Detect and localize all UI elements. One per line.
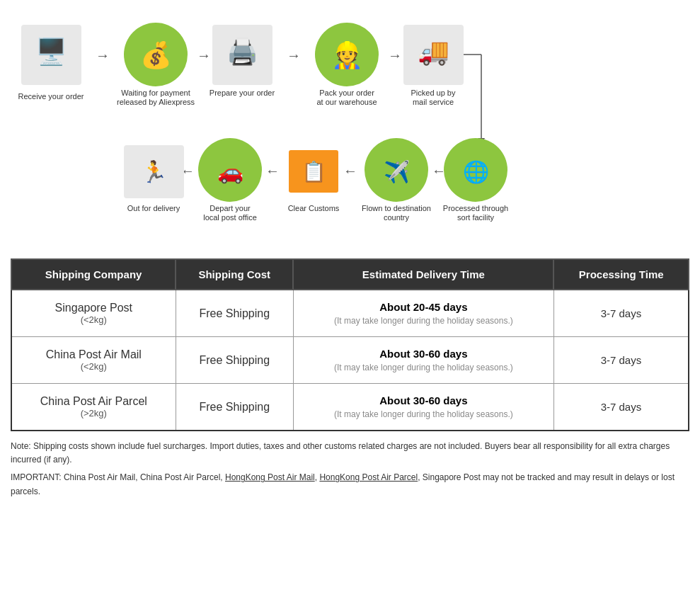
svg-text:Depart your: Depart your: [210, 204, 251, 212]
svg-text:Receive your order: Receive your order: [18, 92, 84, 101]
page-wrapper: 🖥️ Receive your order → 💰 Waiting for pa…: [0, 0, 700, 513]
delivery-cell: About 30-60 days (It may take longer dur…: [293, 337, 553, 384]
cost-cell: Free Shipping: [176, 384, 293, 431]
svg-text:country: country: [384, 213, 410, 222]
svg-text:→: →: [96, 47, 110, 63]
cost-cell: Free Shipping: [176, 290, 293, 337]
company-weight: (<2kg): [19, 314, 168, 325]
shipping-cost: Free Shipping: [183, 307, 286, 320]
process-flow-diagram: 🖥️ Receive your order → 💰 Waiting for pa…: [11, 7, 689, 251]
company-cell: Singapore Post (<2kg): [11, 290, 176, 337]
note-line1: Note: Shipping costs shown include fuel …: [11, 440, 689, 467]
shipping-cost: Free Shipping: [183, 354, 286, 367]
svg-text:local post office: local post office: [203, 213, 257, 222]
processing-cell: 3-7 days: [553, 384, 689, 431]
table-row: China Post Air Parcel (>2kg) Free Shippi…: [11, 384, 689, 431]
svg-text:←: ←: [265, 163, 280, 178]
important-note: IMPORTANT: China Post Air Mail, China Po…: [11, 471, 689, 498]
table-row: Singapore Post (<2kg) Free Shipping Abou…: [11, 290, 689, 337]
svg-text:📋: 📋: [302, 160, 326, 183]
svg-text:🚗: 🚗: [217, 159, 244, 185]
delivery-main: About 30-60 days: [301, 348, 546, 360]
shipping-table: Shipping Company Shipping Cost Estimated…: [11, 258, 689, 431]
processing-cell: 3-7 days: [553, 290, 689, 337]
svg-text:🌐: 🌐: [463, 159, 490, 185]
svg-text:Pack your order: Pack your order: [319, 89, 374, 97]
svg-text:Processed through: Processed through: [443, 204, 508, 212]
company-weight: (>2kg): [19, 408, 168, 419]
col-header-delivery: Estimated Delivery Time: [293, 259, 553, 290]
delivery-note: (It may take longer during the holiday s…: [301, 363, 546, 372]
notes-section: Note: Shipping costs shown include fuel …: [11, 440, 689, 499]
delivery-cell: About 20-45 days (It may take longer dur…: [293, 290, 553, 337]
svg-text:💰: 💰: [140, 40, 172, 70]
processing-time: 3-7 days: [561, 401, 681, 413]
svg-text:🖥️: 🖥️: [35, 36, 67, 67]
delivery-main: About 30-60 days: [301, 394, 546, 406]
col-header-cost: Shipping Cost: [176, 259, 293, 290]
svg-text:→: →: [197, 47, 211, 63]
svg-text:sort facility: sort facility: [457, 213, 494, 222]
hongkong-airmail-link: HongKong Post Air Mail: [225, 472, 315, 482]
company-name: China Post Air Parcel: [19, 395, 168, 408]
svg-text:Prepare your order: Prepare your order: [210, 89, 275, 97]
company-cell: China Post Air Mail (<2kg): [11, 337, 176, 384]
important-text: IMPORTANT: China Post Air Mail, China Po…: [11, 472, 675, 496]
shipping-cost: Free Shipping: [183, 401, 286, 414]
processing-cell: 3-7 days: [553, 337, 689, 384]
svg-text:←: ←: [343, 163, 357, 178]
svg-text:→: →: [388, 47, 402, 63]
svg-text:released by Aliexpress: released by Aliexpress: [117, 98, 195, 106]
hongkong-airparcel-link: HongKong Post Air Parcel: [319, 472, 418, 482]
svg-text:✈️: ✈️: [384, 159, 411, 185]
delivery-note: (It may take longer during the holiday s…: [301, 409, 546, 419]
svg-text:at our warehouse: at our warehouse: [317, 98, 377, 106]
company-name: China Post Air Mail: [19, 348, 168, 361]
svg-text:Out for delivery: Out for delivery: [127, 204, 180, 212]
delivery-cell: About 30-60 days (It may take longer dur…: [293, 384, 553, 431]
company-name: Singapore Post: [19, 302, 168, 314]
flow-svg: 🖥️ Receive your order → 💰 Waiting for pa…: [14, 14, 694, 241]
processing-time: 3-7 days: [561, 307, 681, 319]
svg-text:Waiting for payment: Waiting for payment: [121, 89, 190, 97]
col-header-company: Shipping Company: [11, 259, 176, 290]
svg-text:←: ←: [432, 163, 446, 178]
svg-text:Flown to destination: Flown to destination: [362, 204, 431, 212]
svg-text:Clear Customs: Clear Customs: [288, 204, 340, 212]
svg-text:→: →: [287, 47, 301, 63]
processing-time: 3-7 days: [561, 354, 681, 366]
company-cell: China Post Air Parcel (>2kg): [11, 384, 176, 431]
table-row: China Post Air Mail (<2kg) Free Shipping…: [11, 337, 689, 384]
svg-text:🖨️: 🖨️: [226, 36, 258, 67]
svg-text:👷: 👷: [331, 40, 363, 70]
delivery-note: (It may take longer during the holiday s…: [301, 316, 546, 326]
svg-text:Picked up by: Picked up by: [411, 89, 456, 97]
cost-cell: Free Shipping: [176, 337, 293, 384]
delivery-main: About 20-45 days: [301, 301, 546, 313]
svg-text:🏃: 🏃: [141, 159, 168, 185]
col-header-processing: Processing Time: [553, 259, 689, 290]
svg-text:🚚: 🚚: [418, 36, 449, 67]
svg-text:mail service: mail service: [413, 98, 454, 106]
company-weight: (<2kg): [19, 361, 168, 372]
